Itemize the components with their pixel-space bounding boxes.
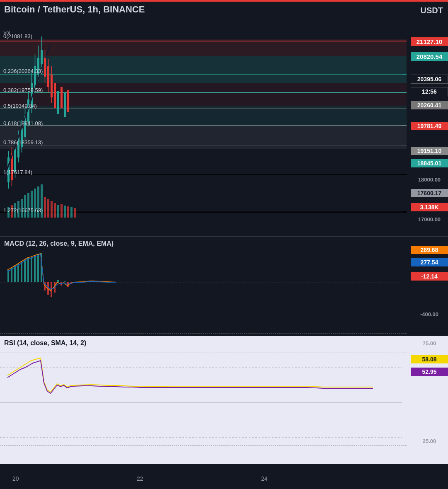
fib-618: 0.618(18941.08) (3, 120, 43, 126)
chart-title: Bitcoin / TetherUS, 1h, BINANCE (4, 4, 145, 15)
rsi-75: 75.00 (411, 339, 448, 347)
svg-rect-54 (64, 93, 66, 117)
rsi-75-line (0, 353, 407, 353)
svg-rect-14 (14, 149, 16, 172)
svg-rect-69 (51, 201, 53, 218)
macd-section: MACD (12, 26, close, 9, EMA, EMA) (0, 236, 448, 336)
price-time: 12:56 (411, 87, 448, 96)
svg-rect-73 (64, 206, 66, 218)
rsi-5295: 52.95 (411, 368, 448, 376)
fib-786: 0.786(18359.13) (3, 139, 43, 145)
macd-289: 289.68 (411, 246, 448, 254)
price-17000: 17000.00 (411, 215, 448, 223)
fib-5: 0.5(19349.84) (3, 103, 37, 109)
rsi-section: RSI (14, close, SMA, 14, 2) 75.00 58.08 … (0, 336, 448, 464)
chart-header: Bitcoin / TetherUS, 1h, BINANCE (4, 4, 145, 15)
svg-rect-93 (57, 280, 59, 282)
svg-rect-82 (21, 261, 22, 282)
svg-rect-52 (57, 91, 59, 114)
svg-rect-48 (51, 75, 53, 97)
chart-container: Bitcoin / TetherUS, 1h, BINANCE USDT Vol… (0, 0, 448, 489)
svg-rect-45 (47, 66, 49, 87)
svg-rect-63 (31, 191, 33, 218)
svg-rect-84 (27, 257, 29, 282)
svg-rect-87 (37, 254, 39, 282)
svg-rect-55 (67, 90, 69, 112)
svg-rect-76 (74, 208, 76, 218)
price-3138k: 3.138K (411, 203, 448, 211)
svg-rect-83 (24, 259, 26, 282)
time-axis: 20 22 24 (0, 472, 448, 485)
svg-line-41 (4, 46, 50, 178)
price-19781: 19781.49 (411, 122, 448, 130)
macd-title: MACD (12, 26, close, 9, EMA, EMA) (4, 240, 114, 247)
svg-rect-71 (57, 205, 59, 218)
svg-rect-75 (70, 207, 73, 218)
price-20395: 20395.06 (411, 75, 448, 84)
fib-236: 0.236(20264.33) (3, 68, 43, 74)
time-label-20: 20 (12, 475, 19, 482)
macd-neg12: -12.14 (411, 272, 448, 281)
currency-label: USDT (421, 6, 443, 15)
rsi-chart (0, 351, 402, 454)
dashed-236 (0, 79, 407, 79)
candlestick-chart (0, 25, 402, 236)
price-20820: 20820.54 (411, 52, 448, 61)
svg-rect-74 (67, 206, 69, 218)
svg-rect-67 (44, 197, 46, 218)
rsi-5808: 58.08 (411, 355, 448, 363)
fib-382: 0.382(19758.59) (3, 87, 43, 93)
macd-277: 277.54 (411, 258, 448, 266)
rsi-title: RSI (14, close, SMA, 14, 2) (4, 339, 86, 347)
price-20260: 20260.41 (411, 101, 448, 109)
svg-rect-51 (54, 83, 56, 108)
price-19151: 19151.10 (411, 147, 448, 155)
svg-rect-38 (41, 50, 43, 64)
price-21127: 21127.10 (411, 37, 448, 46)
svg-rect-81 (17, 264, 19, 282)
svg-rect-85 (31, 257, 32, 282)
fib-0: 0(21081.83) (3, 33, 32, 39)
svg-rect-53 (61, 87, 63, 108)
svg-rect-70 (54, 203, 56, 218)
macd-bottom-line (0, 333, 407, 334)
rsi-25: 25.00 (411, 437, 448, 445)
svg-rect-42 (44, 58, 46, 77)
svg-rect-95 (64, 281, 65, 282)
svg-rect-72 (61, 204, 63, 218)
top-border (0, 0, 448, 2)
price-18845: 18845.01 (411, 159, 448, 167)
time-label-24: 24 (261, 475, 268, 482)
macd-neg400: -400.00 (411, 310, 448, 318)
fib-1: 1(17617.84) (3, 169, 32, 175)
price-17600: 17600.17 (411, 189, 448, 197)
time-label-22: 22 (137, 475, 143, 482)
svg-rect-62 (27, 193, 29, 218)
svg-rect-80 (14, 266, 16, 282)
fib-1272: 1.272(16675.63) (3, 207, 43, 213)
svg-rect-61 (24, 195, 26, 218)
macd-chart (0, 249, 402, 332)
svg-rect-68 (47, 199, 49, 218)
price-18000: 18000.00 (411, 176, 448, 184)
rsi-25-line (0, 445, 407, 445)
svg-rect-86 (34, 255, 36, 282)
